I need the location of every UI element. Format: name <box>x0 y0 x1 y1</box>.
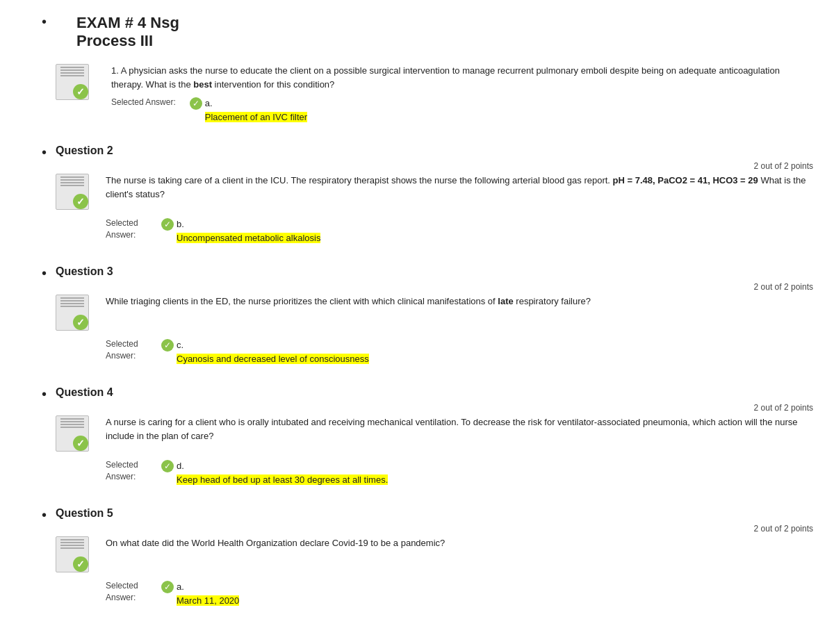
q4-answer-row: SelectedAnswer: ✓ d. Keep head of bed up… <box>106 459 813 486</box>
q2-text: The nurse is taking care of a client in … <box>106 174 813 201</box>
q3-answer-highlighted: Cyanosis and decreased level of consciou… <box>177 354 369 364</box>
q3-body: ✓ While triaging clients in the ED, the … <box>56 295 813 333</box>
q4-icon: ✓ <box>56 415 97 454</box>
q4-answer-highlighted: Keep head of bed up at least 30 degrees … <box>177 474 388 485</box>
q2-answer-row: SelectedAnswer: ✓ b. Uncompensated metab… <box>106 217 813 245</box>
q1-answer-value: ✓ a. Placement of an IVC filter <box>190 97 307 124</box>
q1-correct-icon: ✓ <box>190 97 202 110</box>
question-1-text: 1. A physician asks the nurse to educate… <box>111 64 813 91</box>
question-2-item: Question 2 2 out of 2 points ✓ The nurse… <box>56 145 813 245</box>
q2-answer-highlighted: Uncompensated metabolic alkalosis <box>177 233 320 243</box>
q2-paper-icon: ✓ <box>56 174 89 210</box>
q4-text: A nurse is caring for a client who is or… <box>106 415 813 443</box>
q3-header: Question 3 <box>56 265 813 278</box>
q4-correct-icon: ✓ <box>161 460 174 472</box>
q5-correct-icon: ✓ <box>161 581 174 593</box>
q2-points: 2 out of 2 points <box>56 161 813 171</box>
q2-header: Question 2 <box>56 145 813 157</box>
q5-body: ✓ On what date did the World Health Orga… <box>56 536 813 575</box>
q5-points: 2 out of 2 points <box>56 524 813 534</box>
q5-answer-value: ✓ a. March 11, 2020 <box>161 580 239 607</box>
q4-paper-icon: ✓ <box>56 415 89 452</box>
q4-answer-label: SelectedAnswer: <box>106 459 147 483</box>
q2-answer-label: SelectedAnswer: <box>106 217 147 241</box>
q5-answer-label: SelectedAnswer: <box>106 580 147 604</box>
q5-answer-row: SelectedAnswer: ✓ a. March 11, 2020 <box>106 580 813 607</box>
q3-answer-row: SelectedAnswer: ✓ c. Cyanosis and decrea… <box>106 338 813 365</box>
q4-header: Question 4 <box>56 386 813 399</box>
q4-check-badge: ✓ <box>73 436 88 451</box>
question-paper-icon: ✓ <box>56 64 89 100</box>
q1-answer-highlighted: Placement of an IVC filter <box>205 112 307 122</box>
q3-answer-letter: c. <box>177 340 183 350</box>
q3-answer-value: ✓ c. Cyanosis and decreased level of con… <box>161 338 369 365</box>
correct-check-icon: ✓ <box>73 84 88 99</box>
q1-body: A physician asks the nurse to educate th… <box>111 65 780 90</box>
first-question-icon: ✓ <box>56 64 97 124</box>
q1-answer-row: Selected Answer: ✓ a. Placement of an IV… <box>111 97 813 124</box>
q4-answer-text: d. Keep head of bed up at least 30 degre… <box>177 459 388 486</box>
q2-check-badge: ✓ <box>73 194 88 209</box>
q3-check-badge: ✓ <box>73 315 88 330</box>
question-5-item: Question 5 2 out of 2 points ✓ On what d… <box>56 507 813 607</box>
exam-title-line1: EXAM # 4 Nsg <box>76 14 179 31</box>
q5-answer-text: a. March 11, 2020 <box>177 580 239 607</box>
q3-paper-icon: ✓ <box>56 295 89 331</box>
q5-answer-highlighted: March 11, 2020 <box>177 595 239 606</box>
q1-answer-text: a. Placement of an IVC filter <box>205 97 307 124</box>
q2-answer-letter: b. <box>177 219 184 229</box>
question-3-item: Question 3 2 out of 2 points ✓ While tri… <box>56 265 813 365</box>
q3-answer-label: SelectedAnswer: <box>106 338 147 362</box>
q2-answer-value: ✓ b. Uncompensated metabolic alkalosis <box>161 217 320 245</box>
q1-answer-letter: a. <box>205 98 213 108</box>
q1-bold: best <box>193 79 212 90</box>
exam-title-line2: Process III <box>76 32 153 49</box>
q5-icon: ✓ <box>56 536 97 575</box>
q5-answer-letter: a. <box>177 581 184 592</box>
q4-answer-value: ✓ d. Keep head of bed up at least 30 deg… <box>161 459 388 486</box>
q2-bold: pH = 7.48, PaCO2 = 41, HCO3 = 29 <box>613 175 758 185</box>
exam-title: EXAM # 4 Nsg Process III <box>76 14 813 50</box>
first-question-layout: ✓ 1. A physician asks the nurse to educa… <box>56 64 813 124</box>
q5-paper-icon: ✓ <box>56 536 89 572</box>
q5-header: Question 5 <box>56 507 813 520</box>
first-question-content: 1. A physician asks the nurse to educate… <box>111 64 813 124</box>
q5-text: On what date did the World Health Organi… <box>106 536 813 550</box>
q3-answer-text: c. Cyanosis and decreased level of consc… <box>177 338 369 365</box>
question-4-item: Question 4 2 out of 2 points ✓ A nurse i… <box>56 386 813 486</box>
exam-title-item: EXAM # 4 Nsg Process III ✓ 1. A physicia… <box>56 14 813 124</box>
q3-bold: late <box>498 296 513 306</box>
q3-correct-icon: ✓ <box>161 339 174 352</box>
q2-body: ✓ The nurse is taking care of a client i… <box>56 174 813 212</box>
q3-text: While triaging clients in the ED, the nu… <box>106 295 813 308</box>
q2-correct-icon: ✓ <box>161 218 174 231</box>
q5-check-badge: ✓ <box>73 556 88 572</box>
q3-points: 2 out of 2 points <box>56 282 813 292</box>
q4-answer-letter: d. <box>177 461 184 471</box>
q1-answer-label: Selected Answer: <box>111 97 176 108</box>
q4-body: ✓ A nurse is caring for a client who is … <box>56 415 813 454</box>
q2-answer-text: b. Uncompensated metabolic alkalosis <box>177 217 320 245</box>
q1-number: 1. <box>111 65 121 76</box>
q2-icon: ✓ <box>56 174 97 212</box>
q3-icon: ✓ <box>56 295 97 333</box>
q4-points: 2 out of 2 points <box>56 403 813 413</box>
